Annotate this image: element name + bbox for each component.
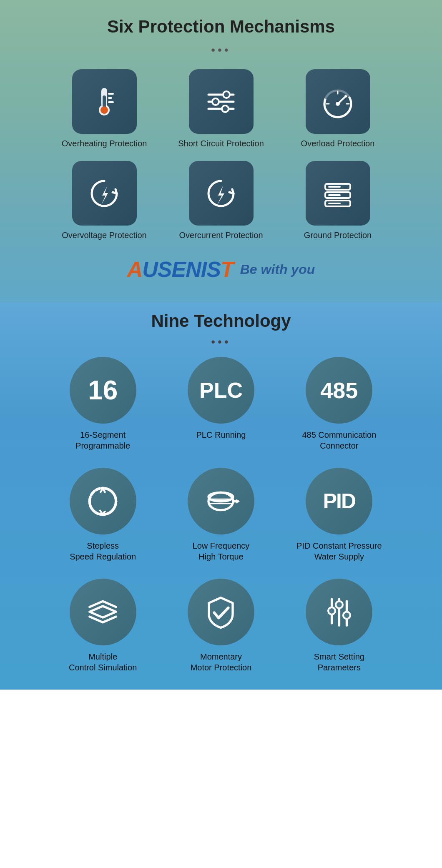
tech-item-plc: PLC PLC Running [164, 357, 278, 451]
plc-circle: PLC [188, 357, 254, 424]
overheating-icon-box [72, 69, 137, 134]
tech-item-485: 485 485 CommunicationConnector [282, 357, 396, 451]
smart-circle [306, 579, 372, 645]
overvoltage-icon [85, 175, 123, 212]
tech-title: Nine Technology [8, 311, 434, 331]
svg-point-3 [100, 106, 108, 114]
tech-item-lowfreq: Low FrequencyHigh Torque [164, 468, 278, 562]
plc-label: PLC Running [196, 429, 246, 440]
page-title: Six Protection Mechanisms [8, 17, 434, 37]
tech-item-stepless: SteplessSpeed Regulation [46, 468, 160, 562]
stepless-circle [70, 468, 136, 534]
svg-point-8 [223, 91, 230, 98]
protection-item-short-circuit: Short Circuit Protection [167, 69, 275, 148]
svg-point-33 [336, 601, 343, 608]
tech-item-multi: MultipleControl Simulation [46, 579, 160, 673]
stepless-icon [83, 482, 123, 521]
svg-point-35 [343, 612, 350, 619]
svg-point-19 [336, 102, 340, 106]
tech-item-pid: PID PID Constant PressureWater Supply [282, 468, 396, 562]
tech-item-momentary: MomentaryMotor Protection [164, 579, 278, 673]
overcurrent-icon [202, 175, 240, 212]
overload-icon [319, 83, 357, 120]
overheating-icon [85, 83, 123, 120]
protection-grid: Overheating Protection Short Circuit Pro… [50, 69, 392, 240]
protection-item-overvoltage: Overvoltage Protection [50, 161, 158, 240]
svg-point-12 [222, 105, 229, 112]
brand-logo: AUSENIST [127, 257, 234, 282]
smart-icon [319, 592, 359, 632]
pid-circle: PID [306, 468, 372, 534]
multi-icon [83, 592, 123, 632]
protection-item-overheating: Overheating Protection [50, 69, 158, 148]
overcurrent-icon-box [189, 161, 254, 226]
momentary-circle [188, 579, 254, 645]
multi-label: MultipleControl Simulation [69, 651, 137, 673]
bottom-section: Nine Technology ••• 16 16-SegmentProgram… [0, 303, 442, 690]
protection-item-overcurrent: Overcurrent Protection [167, 161, 275, 240]
svg-point-37 [328, 607, 335, 614]
lowfreq-label: Low FrequencyHigh Torque [193, 540, 250, 562]
short-circuit-icon [202, 83, 240, 120]
overcurrent-label: Overcurrent Protection [179, 231, 263, 240]
overvoltage-label: Overvoltage Protection [62, 231, 146, 240]
segment-label: 16-SegmentProgrammable [75, 429, 130, 451]
comm-circle: 485 [306, 357, 372, 424]
short-circuit-label: Short Circuit Protection [178, 139, 264, 148]
momentary-label: MomentaryMotor Protection [191, 651, 252, 673]
smart-label: Smart SettingParameters [314, 651, 364, 673]
stepless-label: SteplessSpeed Regulation [70, 540, 136, 562]
top-section: Six Protection Mechanisms ••• Overheatin… [0, 0, 442, 303]
lowfreq-circle [188, 468, 254, 534]
protection-item-overload: Overload Protection [284, 69, 392, 148]
segment-circle: 16 [70, 357, 136, 424]
short-circuit-icon-box [189, 69, 254, 134]
brand-tagline: Be with you [240, 262, 315, 277]
momentary-icon [201, 592, 241, 632]
overload-icon-box [306, 69, 370, 134]
ground-label: Ground Protection [304, 231, 372, 240]
top-dots: ••• [8, 43, 434, 57]
svg-point-28 [208, 492, 233, 501]
overheating-label: Overheating Protection [62, 139, 147, 148]
svg-rect-26 [328, 203, 341, 204]
brand-section: AUSENIST Be with you [8, 253, 434, 286]
multi-circle [70, 579, 136, 645]
tech-item-segment: 16 16-SegmentProgrammable [46, 357, 160, 451]
bottom-dots: ••• [8, 335, 434, 349]
svg-rect-22 [328, 186, 341, 188]
svg-point-20 [344, 95, 347, 98]
protection-item-ground: Ground Protection [284, 161, 392, 240]
tech-item-smart: Smart SettingParameters [282, 579, 396, 673]
tech-grid: 16 16-SegmentProgrammable PLC PLC Runnin… [46, 357, 396, 673]
ground-icon [319, 175, 357, 212]
svg-point-10 [212, 98, 219, 105]
overload-label: Overload Protection [301, 139, 375, 148]
lowfreq-icon [201, 482, 241, 521]
pid-label: PID Constant PressureWater Supply [296, 540, 382, 562]
svg-rect-24 [328, 194, 341, 196]
comm-label: 485 CommunicationConnector [302, 429, 376, 451]
ground-icon-box [306, 161, 370, 226]
overvoltage-icon-box [72, 161, 137, 226]
